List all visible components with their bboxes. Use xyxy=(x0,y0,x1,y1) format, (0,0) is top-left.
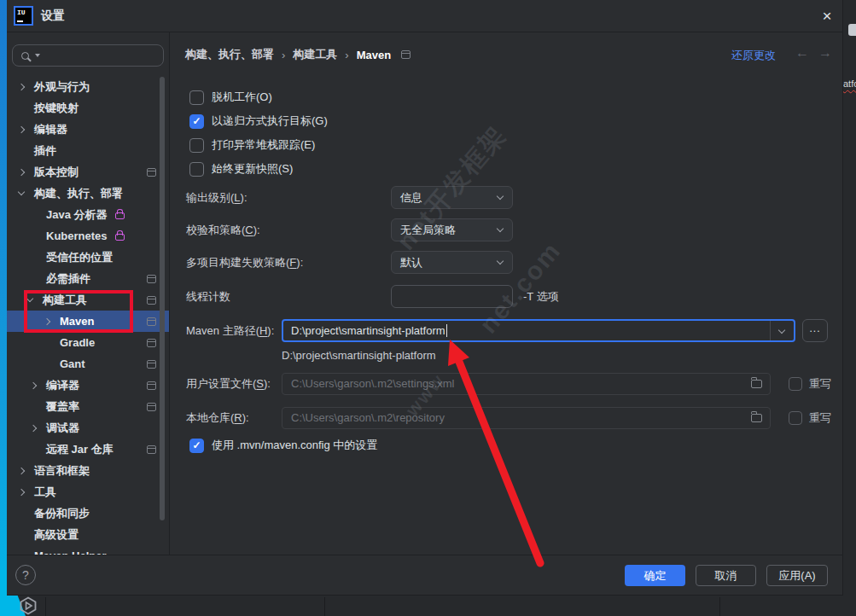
checkbox-icon[interactable] xyxy=(189,138,204,153)
lock-icon xyxy=(115,212,125,219)
plugin-window-icon xyxy=(147,296,156,305)
checkbox-icon[interactable] xyxy=(189,90,204,105)
background-button-fragment xyxy=(848,24,856,36)
plugin-window-icon xyxy=(147,339,156,347)
output-level-row: 输出级别(L): 信息 xyxy=(186,186,513,209)
update-snapshots-checkbox[interactable]: 始终更新快照(S) xyxy=(189,161,293,177)
local-repo-override[interactable]: 重写 xyxy=(789,410,831,426)
sidebar-scrollbar[interactable] xyxy=(160,77,165,520)
screen: atfo IU 设置 × 外观与行为 按键映射 编辑器 插件 xyxy=(0,0,856,616)
plugin-window-icon xyxy=(147,317,156,326)
thread-count-label: 线程计数 xyxy=(186,289,391,305)
local-repo-label: 本地仓库(R): xyxy=(186,410,282,426)
chevron-right-icon xyxy=(18,125,25,132)
plugin-window-icon xyxy=(147,381,156,390)
plugin-window-icon xyxy=(147,445,156,454)
recursive-goals-checkbox[interactable]: ✓ 以递归方式执行目标(G) xyxy=(189,113,328,129)
output-level-label: 输出级别(L): xyxy=(186,190,391,206)
sidebar-item-compiler[interactable]: 编译器 xyxy=(7,375,169,396)
checkbox-icon[interactable] xyxy=(789,377,802,391)
thread-count-input[interactable] xyxy=(391,285,513,308)
help-button[interactable]: ? xyxy=(15,565,36,585)
local-repo-input[interactable]: C:\Users\garson\.m2\repository xyxy=(282,407,771,429)
breadcrumb-separator: › xyxy=(345,49,348,61)
ide-background-bottom xyxy=(0,596,856,616)
chevron-right-icon xyxy=(18,467,25,474)
forward-arrow-icon[interactable]: → xyxy=(818,45,832,61)
sidebar-item-build-execution-deployment[interactable]: 构建、执行、部署 xyxy=(7,183,169,204)
sidebar-item-languages-frameworks[interactable]: 语言和框架 xyxy=(7,460,169,481)
back-arrow-icon[interactable]: ← xyxy=(795,45,809,61)
sidebar-item-remote-jar-repos[interactable]: 远程 Jar 仓库 xyxy=(7,439,169,460)
chevron-right-icon xyxy=(30,381,37,388)
sidebar-item-appearance[interactable]: 外观与行为 xyxy=(7,76,169,97)
maven-home-input[interactable]: D:\project\smartinsight-platform xyxy=(282,319,795,342)
sidebar-item-keymap[interactable]: 按键映射 xyxy=(7,97,169,119)
checksum-policy-label: 校验和策略(C): xyxy=(186,223,391,238)
browse-button[interactable]: ... xyxy=(802,319,828,342)
multiproject-policy-label: 多项目构建失败策略(F): xyxy=(186,255,391,270)
local-repo-row: 本地仓库(R): C:\Users\garson\.m2\repository … xyxy=(186,406,831,429)
revert-changes-link[interactable]: 还原更改 xyxy=(731,48,776,63)
plugin-window-icon xyxy=(401,50,411,59)
sidebar-item-coverage[interactable]: 覆盖率 xyxy=(7,396,169,417)
use-mvn-config-checkbox[interactable]: ✓ 使用 .mvn/maven.config 中的设置 xyxy=(189,438,377,453)
checkbox-checked-icon[interactable]: ✓ xyxy=(189,439,204,453)
annotation-highlight-rectangle xyxy=(24,290,133,333)
user-settings-row: 用户设置文件(S): C:\Users\garson\.m2\settings.… xyxy=(186,372,831,395)
maven-home-hint: D:\project\smartinsight-platform xyxy=(282,349,436,362)
breadcrumb-item[interactable]: 构建工具 xyxy=(293,47,337,62)
sidebar-item-advanced-settings[interactable]: 高级设置 xyxy=(7,524,169,545)
checksum-policy-row: 校验和策略(C): 无全局策略 xyxy=(186,218,513,241)
checkbox-checked-icon[interactable]: ✓ xyxy=(189,114,204,129)
sidebar-item-editor[interactable]: 编辑器 xyxy=(7,119,169,140)
output-level-select[interactable]: 信息 xyxy=(391,186,513,209)
footer-divider xyxy=(7,555,843,555)
multiproject-policy-row: 多项目构建失败策略(F): 默认 xyxy=(186,251,513,274)
multiproject-policy-select[interactable]: 默认 xyxy=(391,251,513,274)
sidebar-item-required-plugins[interactable]: 必需插件 xyxy=(7,268,169,289)
apply-button[interactable]: 应用(A) xyxy=(766,565,828,586)
ide-background-right xyxy=(843,0,856,616)
ok-button[interactable]: 确定 xyxy=(625,565,685,586)
plugin-window-icon xyxy=(147,168,156,177)
sidebar-item-backup-sync[interactable]: 备份和同步 xyxy=(7,503,169,524)
sidebar-item-plugins[interactable]: 插件 xyxy=(7,140,169,161)
user-settings-input[interactable]: C:\Users\garson\.m2\settings.xml xyxy=(282,373,771,395)
checkbox-icon[interactable] xyxy=(189,162,204,177)
lock-icon xyxy=(115,234,125,241)
sidebar-item-debugger[interactable]: 调试器 xyxy=(7,417,169,439)
thread-count-row: 线程计数 -T 选项 xyxy=(186,285,559,308)
folder-icon[interactable] xyxy=(751,380,762,388)
services-hexagon-icon xyxy=(19,596,38,616)
sidebar-item-gradle[interactable]: Gradle xyxy=(7,332,169,353)
settings-search-input[interactable] xyxy=(12,44,164,67)
checksum-policy-select[interactable]: 无全局策略 xyxy=(391,218,513,241)
chevron-down-icon xyxy=(497,193,504,200)
cancel-button[interactable]: 取消 xyxy=(696,565,756,586)
breadcrumb-item[interactable]: 构建、执行、部署 xyxy=(185,47,274,62)
sidebar-item-kubernetes[interactable]: Kubernetes xyxy=(7,225,169,247)
offline-work-checkbox[interactable]: 脱机工作(O) xyxy=(189,90,272,105)
checkbox-icon[interactable] xyxy=(789,411,802,425)
chevron-down-icon xyxy=(18,189,25,195)
sidebar-item-maven-helper[interactable]: Maven Helper xyxy=(7,545,169,555)
chevron-down-icon[interactable] xyxy=(778,327,785,334)
close-icon[interactable]: × xyxy=(816,5,838,27)
combo-divider xyxy=(770,321,771,340)
dialog-title: 设置 xyxy=(41,9,65,24)
sidebar-item-tools[interactable]: 工具 xyxy=(7,481,169,503)
print-stacktrace-checkbox[interactable]: 打印异常堆栈跟踪(E) xyxy=(189,137,315,153)
sidebar-item-version-control[interactable]: 版本控制 xyxy=(7,161,169,183)
user-settings-override[interactable]: 重写 xyxy=(789,376,831,392)
intellij-logo-icon: IU xyxy=(14,6,33,26)
sidebar-item-java-profiler[interactable]: Java 分析器 xyxy=(7,204,169,225)
folder-icon[interactable] xyxy=(751,414,762,422)
user-settings-label: 用户设置文件(S): xyxy=(186,376,282,392)
chevron-right-icon xyxy=(18,168,25,175)
sidebar-item-trusted-locations[interactable]: 受信任的位置 xyxy=(7,247,169,268)
search-icon xyxy=(21,52,29,60)
text-caret xyxy=(446,324,447,337)
sidebar-item-gant[interactable]: Gant xyxy=(7,353,169,375)
plugin-window-icon xyxy=(147,275,156,283)
